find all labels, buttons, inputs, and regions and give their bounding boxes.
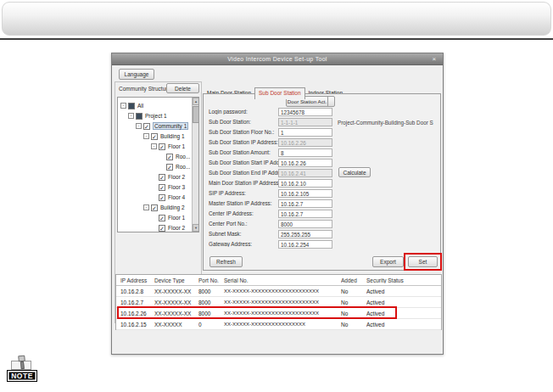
subnet-mask-input[interactable]	[278, 230, 332, 238]
checkbox-partial-icon[interactable]	[136, 113, 142, 120]
checkbox-checked-icon[interactable]: ✓	[159, 143, 165, 150]
table-row[interactable]: 10.16.2.15 XX-XXXXX 0 XX-XXXXX-XXXXXXXXX…	[116, 319, 441, 330]
tree-item-room-1[interactable]: ✓ Roo...	[118, 152, 198, 162]
checkbox-checked-icon[interactable]: ✓	[143, 123, 150, 130]
checkbox-partial-icon[interactable]	[128, 103, 135, 109]
center-port-input[interactable]	[278, 220, 332, 228]
form-row: Main Door Station IP Address:	[204, 179, 440, 188]
tree-item-project-1[interactable]: - Project 1	[118, 111, 198, 121]
calculate-button[interactable]: Calculate	[338, 167, 371, 177]
collapse-icon[interactable]: -	[120, 103, 126, 109]
field-label: SIP IP Address:	[209, 190, 279, 196]
field-label: Sub Door Station Floor No.:	[209, 129, 279, 135]
table-row[interactable]: 10.16.2.7 XX-XXXXX-XX 8000 XX-XXXXX-XXXX…	[116, 297, 441, 308]
form-row: Sub Door Station End IP Address:	[204, 169, 440, 178]
form-row: SIP IP Address:	[204, 189, 440, 199]
cell-ip: 10.16.2.15	[120, 322, 154, 328]
collapse-icon[interactable]: -	[136, 123, 142, 129]
collapse-icon[interactable]: -	[143, 133, 149, 139]
tree-item-label: Floor 2	[168, 174, 185, 180]
window-title: Video Intercom Device Set-up Tool	[227, 56, 327, 62]
tab-sub-door-station[interactable]: Sub Door Station	[254, 87, 305, 99]
language-button[interactable]: Language	[119, 69, 154, 80]
checkbox-checked-icon[interactable]: ✓	[159, 194, 165, 201]
delete-button[interactable]: Delete	[166, 83, 199, 93]
sip-ip-input[interactable]	[278, 189, 332, 198]
field-label: Sub Door Station End IP Address:	[209, 170, 279, 176]
window-titlebar: Video Intercom Device Set-up Tool ×	[112, 53, 443, 65]
tree-item-floor-2[interactable]: ✓ Floor 2	[118, 172, 198, 182]
tree-item-floor-3[interactable]: ✓ Floor 3	[118, 182, 198, 193]
tree-item-floor-1[interactable]: - ✓ Floor 1	[118, 142, 198, 152]
collapse-icon[interactable]: -	[128, 113, 134, 119]
checkbox-checked-icon[interactable]: ✓	[159, 215, 165, 221]
tree-item-floor-4[interactable]: ✓ Floor 4	[118, 193, 198, 203]
table-row-highlighted[interactable]: 10.16.2.26 XX-XXXXX-XX 8000 XX-XXXXX-XXX…	[116, 308, 441, 319]
main-door-ip-input[interactable]	[278, 179, 332, 188]
checkbox-checked-icon[interactable]: ✓	[166, 164, 173, 171]
checkbox-checked-icon[interactable]: ✓	[159, 184, 165, 191]
floor-no-input[interactable]	[278, 128, 332, 137]
start-ip-input[interactable]	[278, 159, 332, 167]
center-ip-input[interactable]	[278, 210, 332, 218]
tree-item-label-selected: Community 1	[153, 122, 188, 130]
export-button[interactable]: Export	[372, 256, 404, 267]
tree-item-b2-floor-2[interactable]: ✓ Floor 2	[118, 223, 198, 232]
tree-item-building-2[interactable]: - ✓ Building 2	[118, 203, 198, 213]
column-header: IP Address	[120, 277, 154, 283]
field-label: Master Station IP Address:	[209, 200, 279, 206]
refresh-button[interactable]: Refresh	[209, 256, 243, 267]
community-structure-label: Community Structure	[119, 86, 170, 92]
table-row[interactable]: 10.16.2.8 XX-XXXXX-XX 8000 XX-XXXXX-XXXX…	[116, 286, 441, 297]
note-label: NOTE	[7, 370, 37, 382]
scroll-down-icon[interactable]: ▼	[193, 224, 199, 232]
checkbox-checked-icon[interactable]: ✓	[151, 133, 158, 140]
tree-item-b2-floor-1[interactable]: ✓ Floor 1	[118, 213, 198, 223]
station-amount-input[interactable]	[278, 148, 332, 157]
cell-serial: XX-XXXXX-XXXXXXXXXXXXXXXXXXXX	[224, 288, 339, 294]
tree-item-building-1[interactable]: - ✓ Building 1	[118, 132, 198, 142]
tree-scrollbar[interactable]: ▲ ▼	[192, 98, 198, 232]
sub-door-ip-input	[278, 138, 332, 147]
tree-item-label: Floor 3	[168, 184, 185, 190]
form-row: Subnet Mask:	[204, 230, 440, 239]
pushpin-stem	[20, 361, 25, 369]
cell-status: Actived	[366, 288, 439, 294]
form-row: Sub Door Station: Project-Community-Buil…	[204, 118, 440, 127]
top-banner	[2, 2, 551, 36]
pushpin-icon	[16, 355, 28, 369]
cell-port: 0	[198, 322, 222, 328]
scrollbar-thumb[interactable]	[193, 106, 199, 123]
close-icon[interactable]: ×	[429, 53, 439, 65]
checkbox-checked-icon[interactable]: ✓	[159, 225, 165, 232]
tree-item-label: Floor 1	[168, 143, 185, 149]
device-table: IP Address Device Type Port No. Serial N…	[115, 274, 442, 330]
cell-status: Actived	[366, 322, 439, 328]
tree-item-community-1[interactable]: - ✓ Community 1	[118, 121, 198, 132]
end-ip-input	[278, 169, 332, 177]
scroll-up-icon[interactable]: ▲	[193, 98, 199, 105]
form-row: Gateway Address:	[204, 240, 440, 249]
field-label: Sub Door Station Amount:	[209, 149, 279, 155]
login-password-input[interactable]	[278, 108, 332, 116]
column-header: Serial No.	[224, 277, 339, 283]
tree-item-label: Floor 1	[168, 215, 185, 221]
gateway-input[interactable]	[278, 240, 332, 249]
ellipsis-icon[interactable]	[327, 97, 334, 106]
column-header: Security Status	[366, 277, 439, 283]
tree-item-all[interactable]: - All	[118, 101, 198, 111]
collapse-icon[interactable]: -	[151, 143, 157, 149]
checkbox-checked-icon[interactable]: ✓	[151, 204, 158, 211]
tree-item-label: Floor 4	[168, 194, 185, 200]
cell-ip: 10.16.2.8	[120, 288, 154, 294]
master-station-ip-input[interactable]	[278, 199, 332, 208]
field-label: Subnet Mask:	[209, 231, 279, 237]
collapse-icon[interactable]: -	[143, 204, 149, 210]
cell-port: 8000	[198, 311, 222, 316]
checkbox-checked-icon[interactable]: ✓	[159, 174, 165, 181]
field-label: Center Port No.:	[209, 221, 279, 227]
set-button[interactable]: Set	[408, 256, 438, 267]
tree-item-room-2[interactable]: ✓ Roo...	[118, 162, 198, 172]
field-label: Sub Door Station Start IP Address:	[209, 160, 279, 165]
checkbox-checked-icon[interactable]: ✓	[166, 154, 173, 160]
